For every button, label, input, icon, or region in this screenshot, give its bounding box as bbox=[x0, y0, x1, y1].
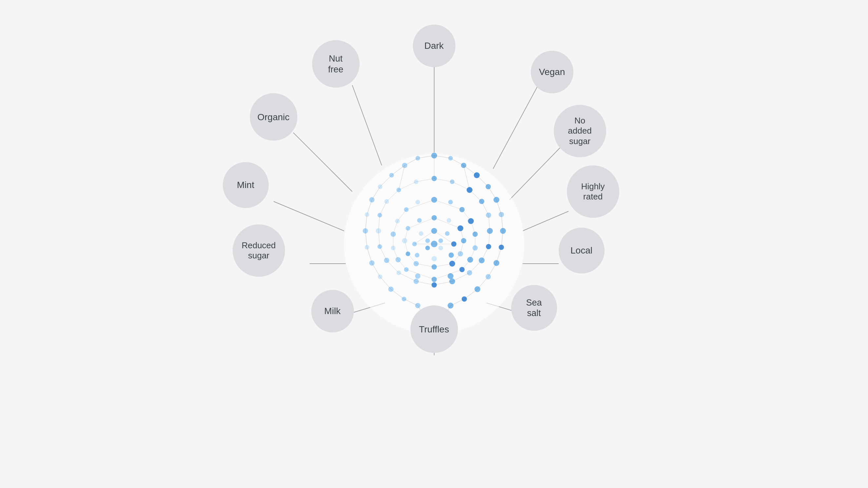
svg-line-170 bbox=[408, 218, 434, 228]
svg-point-34 bbox=[474, 286, 480, 292]
node-truffles[interactable]: Truffles bbox=[410, 305, 458, 353]
svg-point-27 bbox=[363, 228, 368, 233]
svg-point-47 bbox=[384, 199, 389, 204]
svg-point-28 bbox=[499, 245, 504, 250]
svg-line-152 bbox=[416, 178, 434, 182]
svg-point-73 bbox=[396, 257, 401, 262]
svg-point-38 bbox=[447, 303, 454, 308]
svg-point-50 bbox=[487, 228, 493, 234]
svg-point-33 bbox=[378, 274, 382, 279]
svg-point-61 bbox=[431, 197, 437, 203]
svg-point-96 bbox=[448, 253, 454, 258]
svg-point-31 bbox=[369, 260, 375, 266]
svg-line-133 bbox=[464, 165, 470, 190]
svg-point-87 bbox=[406, 252, 410, 256]
svg-line-118 bbox=[501, 231, 503, 247]
svg-point-69 bbox=[391, 232, 396, 237]
svg-line-180 bbox=[414, 231, 434, 244]
svg-line-159 bbox=[471, 221, 475, 234]
svg-point-67 bbox=[395, 219, 400, 223]
svg-line-169 bbox=[434, 218, 460, 228]
svg-line-105 bbox=[418, 156, 434, 158]
svg-line-104 bbox=[434, 156, 451, 158]
svg-point-68 bbox=[472, 232, 478, 237]
svg-point-74 bbox=[459, 267, 465, 272]
svg-line-173 bbox=[460, 241, 464, 254]
svg-line-119 bbox=[365, 231, 367, 247]
svg-point-39 bbox=[415, 303, 421, 308]
svg-line-150 bbox=[416, 281, 434, 285]
node-organic[interactable]: Organic bbox=[250, 93, 297, 141]
node-mint[interactable]: Mint bbox=[223, 162, 269, 208]
svg-line-176 bbox=[408, 254, 416, 264]
svg-line-114 bbox=[496, 200, 501, 215]
svg-point-99 bbox=[431, 241, 437, 247]
svg-line-111 bbox=[380, 175, 392, 187]
svg-point-65 bbox=[404, 207, 409, 212]
svg-line-139 bbox=[489, 215, 490, 231]
svg-point-41 bbox=[432, 176, 437, 181]
svg-point-54 bbox=[479, 257, 485, 263]
svg-line-140 bbox=[378, 215, 380, 231]
svg-line-126 bbox=[464, 289, 477, 299]
svg-point-90 bbox=[432, 264, 437, 269]
svg-line-171 bbox=[460, 228, 464, 241]
svg-line-143 bbox=[482, 247, 489, 260]
svg-point-58 bbox=[449, 279, 455, 284]
node-local[interactable]: Local bbox=[559, 228, 604, 273]
node-highly-rated[interactable]: Highlyrated bbox=[567, 165, 619, 218]
svg-point-51 bbox=[376, 228, 381, 233]
node-sea-salt[interactable]: Seasalt bbox=[511, 285, 557, 331]
svg-point-100 bbox=[438, 238, 443, 243]
svg-line-109 bbox=[392, 165, 405, 175]
node-nut-free[interactable]: Nutfree bbox=[312, 40, 360, 88]
svg-line-147 bbox=[452, 273, 470, 281]
svg-point-13 bbox=[431, 153, 437, 159]
svg-line-107 bbox=[405, 158, 418, 165]
svg-line-1 bbox=[493, 84, 539, 169]
svg-line-120 bbox=[496, 247, 501, 263]
svg-point-95 bbox=[412, 242, 417, 246]
node-milk[interactable]: Milk bbox=[311, 290, 354, 332]
svg-point-20 bbox=[486, 184, 491, 189]
svg-point-92 bbox=[445, 231, 450, 236]
svg-line-106 bbox=[451, 158, 464, 165]
svg-point-35 bbox=[388, 287, 394, 292]
svg-point-18 bbox=[474, 172, 480, 178]
svg-line-164 bbox=[393, 248, 398, 260]
svg-point-101 bbox=[425, 238, 430, 243]
svg-line-128 bbox=[451, 299, 464, 305]
svg-line-178 bbox=[416, 264, 434, 267]
node-reduced-sugar[interactable]: Reducedsugar bbox=[232, 224, 285, 277]
svg-line-122 bbox=[488, 263, 496, 277]
svg-point-103 bbox=[425, 246, 430, 250]
svg-line-149 bbox=[434, 281, 452, 285]
svg-point-97 bbox=[415, 253, 420, 257]
svg-line-177 bbox=[434, 264, 452, 267]
svg-point-19 bbox=[389, 173, 394, 177]
svg-line-174 bbox=[405, 241, 408, 254]
svg-line-125 bbox=[380, 277, 391, 289]
node-no-added-sugar[interactable]: Noaddedsugar bbox=[554, 105, 606, 157]
network-diagram: Dark Vegan Nutfree Organic Noaddedsugar … bbox=[205, 15, 663, 473]
svg-point-26 bbox=[500, 228, 506, 234]
svg-line-135 bbox=[470, 190, 482, 201]
svg-line-141 bbox=[489, 231, 490, 247]
svg-point-72 bbox=[467, 257, 473, 263]
svg-point-70 bbox=[472, 245, 478, 251]
svg-point-76 bbox=[447, 273, 454, 279]
svg-line-127 bbox=[391, 289, 404, 299]
node-dark[interactable]: Dark bbox=[413, 25, 456, 67]
svg-line-153 bbox=[452, 182, 470, 190]
svg-point-49 bbox=[377, 213, 382, 218]
svg-point-66 bbox=[468, 218, 474, 224]
svg-line-148 bbox=[399, 273, 416, 281]
svg-point-36 bbox=[462, 296, 467, 302]
svg-line-110 bbox=[477, 175, 488, 187]
svg-point-44 bbox=[467, 187, 472, 193]
svg-line-155 bbox=[434, 200, 462, 209]
svg-point-59 bbox=[413, 279, 419, 284]
node-vegan[interactable]: Vegan bbox=[531, 51, 574, 93]
svg-point-48 bbox=[486, 213, 491, 218]
svg-line-116 bbox=[501, 215, 503, 231]
